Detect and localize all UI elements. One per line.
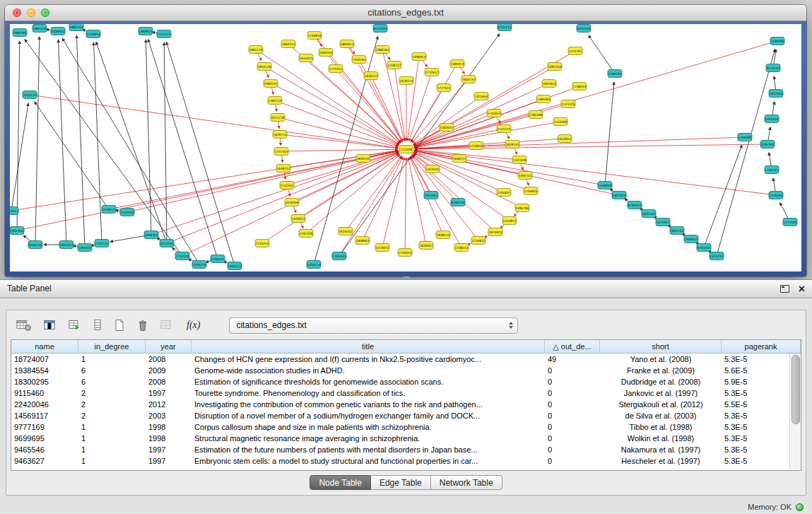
graph-edge[interactable]: [382, 158, 404, 247]
graph-node[interactable]: 1619447: [419, 242, 433, 250]
graph-node[interactable]: 1952411: [59, 241, 73, 249]
graph-node[interactable]: 1830102: [356, 155, 370, 163]
graph-edge[interactable]: [148, 39, 218, 259]
graph-node[interactable]: 1827641: [769, 90, 783, 98]
graph-node[interactable]: 1503022: [291, 215, 305, 223]
graph-node[interactable]: 1197339: [299, 230, 313, 238]
graph-node[interactable]: 1704945: [524, 187, 538, 195]
graph-node[interactable]: 2240816: [307, 32, 322, 40]
graph-node[interactable]: 1653912: [558, 135, 572, 143]
graph-edge[interactable]: [405, 158, 406, 252]
graph-node[interactable]: 1601920: [612, 192, 626, 199]
graph-node[interactable]: 1320161: [352, 56, 366, 64]
graph-node[interactable]: 1771034: [783, 218, 797, 226]
graph-node[interactable]: 1604747: [461, 76, 476, 83]
graph-node[interactable]: 1858113: [436, 231, 450, 239]
graph-node[interactable]: 9165031: [10, 207, 18, 215]
graph-node[interactable]: 2485013: [450, 60, 464, 68]
graph-edge[interactable]: [166, 42, 235, 266]
graph-node[interactable]: 1986161: [375, 46, 389, 54]
graph-node[interactable]: 1225797: [568, 47, 582, 55]
graph-edge[interactable]: [62, 38, 199, 264]
graph-node[interactable]: 1675232: [710, 252, 724, 260]
graph-node[interactable]: 1525190: [120, 209, 134, 216]
graph-edge[interactable]: [17, 151, 398, 230]
network-window[interactable]: × − + citations_edges.txt 1724091: [5, 5, 806, 276]
graph-edge[interactable]: [413, 66, 555, 145]
graph-node[interactable]: 7623452: [339, 228, 353, 235]
graph-node[interactable]: 1453445: [425, 165, 440, 173]
graph-node[interactable]: 1614421: [299, 54, 313, 62]
graph-node[interactable]: 1554911: [502, 217, 517, 225]
graph-edge[interactable]: [146, 40, 151, 235]
graph-node[interactable]: 1990914: [139, 28, 153, 35]
graph-node[interactable]: 1954126: [257, 63, 271, 71]
graph-node[interactable]: 1261415: [78, 244, 92, 252]
graph-edge[interactable]: [35, 37, 40, 245]
graph-node[interactable]: 1754822: [471, 237, 486, 245]
graph-edge[interactable]: [415, 150, 519, 160]
graph-node[interactable]: 2520655: [102, 206, 116, 214]
graph-node[interactable]: 1909943: [355, 237, 370, 245]
graph-node[interactable]: 1691450: [642, 210, 656, 218]
graph-node[interactable]: 1761445: [332, 252, 346, 260]
graph-edge[interactable]: [415, 129, 504, 148]
graph-edge[interactable]: [414, 153, 522, 208]
graph-node[interactable]: 1554814: [86, 30, 100, 38]
graph-node[interactable]: 1562615: [440, 124, 454, 132]
column-header-title[interactable]: title: [192, 340, 545, 354]
graph-node[interactable]: 1909452: [144, 231, 158, 239]
graph-node[interactable]: 1909452: [684, 235, 698, 243]
graph-edge[interactable]: [292, 153, 399, 202]
graph-edge[interactable]: [415, 150, 776, 195]
graph-node[interactable]: 1748503: [572, 83, 587, 90]
graph-node[interactable]: 1660212: [281, 40, 295, 48]
show-columns-button[interactable]: [41, 316, 59, 334]
graph-edge[interactable]: [76, 35, 85, 247]
graph-edge[interactable]: [278, 117, 398, 147]
graph-node[interactable]: 172409: [399, 146, 413, 153]
graph-node[interactable]: 9572314: [373, 25, 387, 33]
column-header-short[interactable]: short: [600, 340, 722, 354]
graph-edge[interactable]: [415, 41, 777, 147]
graph-node[interactable]: 1646152: [452, 155, 466, 163]
zoom-window-button[interactable]: +: [41, 8, 49, 17]
graph-node[interactable]: 1948294: [608, 70, 622, 78]
graph-node[interactable]: 1750414: [398, 249, 412, 257]
graph-node[interactable]: 2016914: [51, 28, 65, 35]
graph-edge[interactable]: [605, 82, 614, 185]
graph-node[interactable]: 1907913: [542, 80, 556, 88]
graph-node[interactable]: 2071138: [271, 114, 285, 122]
graph-edge[interactable]: [287, 151, 399, 185]
graph-node[interactable]: 1235415: [211, 255, 225, 263]
scrollbar-thumb[interactable]: [792, 355, 800, 424]
graph-node[interactable]: 7125411: [255, 240, 269, 247]
close-window-button[interactable]: ×: [13, 8, 21, 17]
graph-node[interactable]: 1559580: [738, 134, 752, 141]
graph-node[interactable]: 1745913: [487, 110, 501, 117]
graph-edge[interactable]: [704, 145, 742, 247]
graph-edge[interactable]: [281, 149, 398, 151]
row-height-button[interactable]: [90, 316, 105, 334]
table-chooser-dropdown[interactable]: citations_edges.txt: [229, 317, 518, 334]
table-settings-button[interactable]: [13, 316, 35, 334]
graph-node[interactable]: 1495752: [518, 172, 532, 180]
table-row[interactable]: 977716911998Corpus callosum shape and si…: [11, 421, 790, 433]
graph-node[interactable]: 1248151: [454, 244, 469, 252]
graph-node[interactable]: 1604105: [319, 49, 333, 57]
graph-node[interactable]: 2055110: [23, 91, 37, 99]
graph-node[interactable]: 1772612: [425, 69, 439, 76]
graph-node[interactable]: 1629751: [273, 131, 287, 139]
graph-edge[interactable]: [717, 49, 775, 256]
table-row[interactable]: 946554611997Estimation of the future num…: [11, 444, 790, 455]
graph-node[interactable]: 1097459: [548, 63, 562, 71]
graph-node[interactable]: 8594150: [451, 199, 465, 206]
network-canvas[interactable]: 1724091861176195412620937411582113207113…: [10, 24, 801, 271]
window-titlebar[interactable]: × − + citations_edges.txt: [5, 5, 806, 21]
graph-node[interactable]: 1777141: [437, 84, 451, 92]
graph-node[interactable]: 1599380: [770, 37, 784, 45]
graph-node[interactable]: 1445450: [765, 115, 779, 123]
graph-edge[interactable]: [35, 102, 109, 209]
graph-node[interactable]: 1654114: [228, 262, 242, 270]
graph-node[interactable]: 1754124: [175, 252, 189, 260]
